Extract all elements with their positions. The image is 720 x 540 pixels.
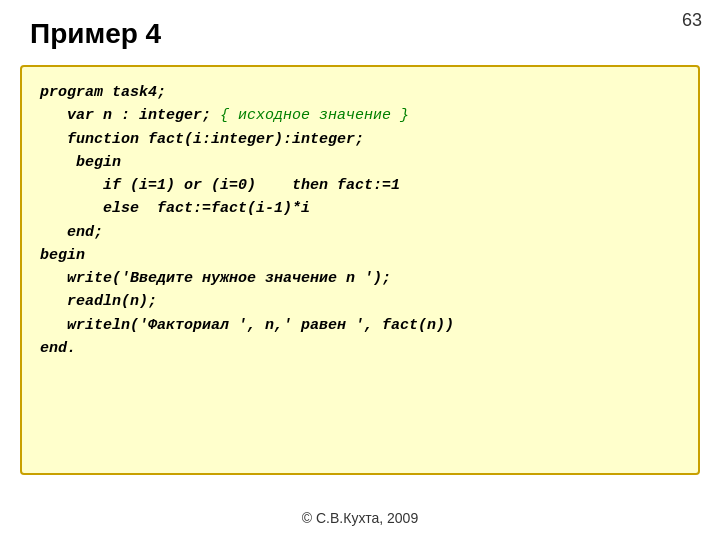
code-block: program task4; var n : integer; { исходн… xyxy=(20,65,700,475)
code-line-8: begin xyxy=(40,244,680,267)
slide-title: Пример 4 xyxy=(30,18,161,50)
code-line-3: function fact(i:integer):integer; xyxy=(40,128,680,151)
code-line-4: begin xyxy=(40,151,680,174)
code-line-6: else fact:=fact(i-1)*i xyxy=(40,197,680,220)
code-line-5: if (i=1) or (i=0) then fact:=1 xyxy=(40,174,680,197)
code-line-2: var n : integer; { исходное значение } xyxy=(40,104,680,127)
code-line-12: end. xyxy=(40,337,680,360)
code-line-7: end; xyxy=(40,221,680,244)
code-line-10: readln(n); xyxy=(40,290,680,313)
code-line-1: program task4; xyxy=(40,81,680,104)
code-line-11: writeln('Факториал ', n,' равен ', fact(… xyxy=(40,314,680,337)
code-line-9: write('Введите нужное значение n '); xyxy=(40,267,680,290)
footer: © С.В.Кухта, 2009 xyxy=(0,510,720,526)
page-number: 63 xyxy=(682,10,702,31)
code-comment-1: { исходное значение } xyxy=(220,107,409,124)
